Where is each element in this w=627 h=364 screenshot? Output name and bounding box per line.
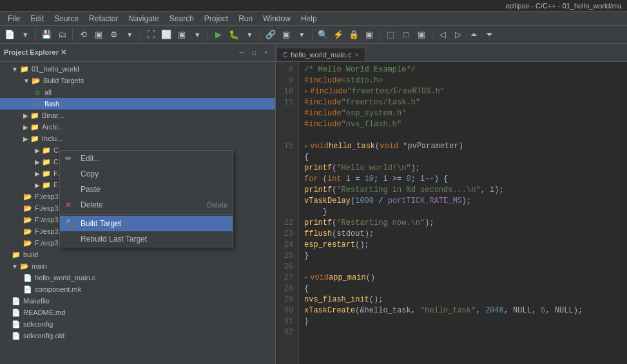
code-area: 8 9 10 11 15 22 23 24 25 26 27 — [276, 62, 627, 364]
ctx-build-icon: 🔨 — [65, 219, 77, 228]
tree-item-binar[interactable]: ▶ 📁 Binar... — [0, 110, 275, 121]
main-layout: Project Explorer ✕ ─ □ × ▼ 📁 01_hello_wo… — [0, 44, 627, 364]
toolbar-btn13[interactable]: ⚡ — [331, 28, 345, 42]
archi-folder-icon: 📁 — [30, 123, 39, 131]
tree-item-inclu[interactable]: ▶ 📁 Inclu... — [0, 133, 275, 144]
code-line-19: printf("Restarting in %d seconds...\n", … — [304, 185, 622, 196]
tree-item-project[interactable]: ▼ 📁 01_hello_world — [0, 63, 275, 75]
ctx-delete-shortcut: Delete — [207, 201, 227, 209]
tree-item-all[interactable]: ⊙ all — [0, 86, 275, 98]
toolbar-btn4[interactable]: ▣ — [92, 28, 106, 42]
code-content[interactable]: /* Hello World Example*/ #include <stdio… — [299, 62, 627, 364]
code-line-21: } — [304, 207, 622, 218]
menu-help[interactable]: Help — [296, 13, 322, 24]
menu-window[interactable]: Window — [258, 13, 296, 24]
menu-search[interactable]: Search — [164, 13, 199, 24]
tree-item-flash[interactable]: ⊙ flash — [0, 98, 275, 110]
ctx-edit[interactable]: ✏ Edit... — [60, 151, 233, 166]
toolbar-btn11[interactable]: ▣ — [279, 28, 293, 42]
code-line-27: ▸void app_main() — [304, 273, 622, 283]
ctx-copy-label: Copy — [81, 169, 99, 178]
binar-arrow-icon: ▶ — [23, 112, 28, 119]
code-line-20: vTaskDelay(1000 / portTICK_RATE_MS); — [304, 196, 622, 207]
main-c-label: hello_world_main.c — [35, 274, 95, 282]
toolbar-btn16[interactable]: ⬚ — [383, 28, 398, 42]
toolbar-btn3[interactable]: ⟲ — [76, 28, 90, 42]
toolbar-btn7[interactable]: ⬜ — [159, 28, 173, 42]
toolbar-btn8[interactable]: ▣ — [175, 28, 189, 42]
toolbar-btn15[interactable]: ▣ — [362, 28, 376, 42]
code-line-22: printf("Restarting now.\n"); — [304, 218, 622, 229]
tree-item-build[interactable]: 📁 build — [0, 249, 275, 260]
toolbar-save[interactable]: 💾 — [39, 28, 53, 42]
component-mk-label: component.mk — [35, 285, 81, 293]
code-line-23: fflush(stdout); — [304, 229, 622, 240]
tree-item-sdkconfig-old[interactable]: 📄 sdkconfig.old — [0, 330, 275, 341]
toolbar-sep2 — [72, 29, 73, 41]
toolbar-save-all[interactable]: 🗂 — [55, 28, 69, 42]
toolbar-btn14[interactable]: 🔒 — [347, 28, 361, 42]
ctx-copy[interactable]: Copy — [60, 166, 233, 182]
binar-label: Binar... — [42, 111, 64, 119]
tab-close-icon[interactable]: × — [354, 52, 358, 59]
toolbar-dropdown3[interactable]: ▾ — [242, 28, 256, 42]
menu-refactor[interactable]: Refactor — [84, 13, 123, 24]
toolbar-run[interactable]: ▶ — [211, 28, 226, 42]
tree-item-archi[interactable]: ▶ 📁 Archi... — [0, 121, 275, 133]
menu-file[interactable]: File — [3, 13, 25, 24]
menu-bar: File Edit Source Refactor Navigate Searc… — [0, 12, 627, 26]
ctx-rebuild-last[interactable]: Rebuild Last Target — [60, 231, 233, 247]
toolbar-btn5[interactable]: ⚙ — [107, 28, 121, 42]
ctx-build-target[interactable]: 🔨 Build Target — [60, 216, 233, 231]
title-bar: ecllipse - C/C++ - 01_hello_world/ma — [0, 0, 627, 12]
explorer-maximize-icon[interactable]: □ — [249, 48, 259, 58]
c1-arrow-icon: ▶ — [35, 147, 40, 154]
title-text: ecllipse - C/C++ - 01_hello_world/ma — [506, 2, 622, 10]
menu-navigate[interactable]: Navigate — [123, 13, 164, 24]
toolbar-btn6[interactable]: ⛶ — [144, 28, 158, 42]
makefile-label: Makefile — [23, 297, 50, 305]
code-line-30: xTaskCreate(&hello_task, "hello_task", 2… — [304, 305, 622, 316]
project-arrow-icon: ▼ — [12, 66, 18, 73]
toolbar-dropdown1[interactable]: ▾ — [18, 28, 32, 42]
toolbar-btn20[interactable]: ▷ — [451, 28, 465, 42]
tree-item-readme[interactable]: 📄 README.md — [0, 307, 275, 318]
explorer-panel: Project Explorer ✕ ─ □ × ▼ 📁 01_hello_wo… — [0, 44, 276, 364]
toolbar-btn17[interactable]: □ — [399, 28, 413, 42]
tree-item-main[interactable]: ▼ 📂 main — [0, 260, 275, 272]
readme-label: README.md — [23, 309, 65, 316]
sdkconfig-old-label: sdkconfig.old — [23, 332, 64, 340]
explorer-minimize-icon[interactable]: ─ — [236, 48, 247, 58]
ctx-paste[interactable]: Paste — [60, 182, 233, 197]
f2-folder-icon: 📁 — [42, 181, 51, 189]
toolbar-btn18[interactable]: ▣ — [414, 28, 429, 42]
menu-source[interactable]: Source — [49, 13, 84, 24]
toolbar-new[interactable]: 📄 — [3, 28, 17, 42]
menu-run[interactable]: Run — [233, 13, 258, 24]
tree-item-build-targets[interactable]: ▼ 📂 Build Targets — [0, 75, 275, 86]
inclu-folder-icon: 📁 — [30, 135, 39, 143]
tree-item-component-mk[interactable]: 📄 component.mk — [0, 283, 275, 295]
tree-item-makefile[interactable]: 📄 Makefile — [0, 295, 275, 307]
explorer-close-icon[interactable]: × — [261, 48, 271, 58]
tab-file-icon: C — [283, 52, 287, 59]
sdkconfig-icon: 📄 — [12, 320, 21, 329]
toolbar-btn12[interactable]: 🔍 — [316, 28, 330, 42]
build-folder-icon: 📁 — [12, 251, 21, 259]
toolbar-btn22[interactable]: ⏷ — [482, 28, 496, 42]
toolbar-dropdown2[interactable]: ▾ — [122, 28, 137, 42]
archi-arrow-icon: ▶ — [23, 124, 28, 131]
toolbar-btn21[interactable]: ⏶ — [467, 28, 481, 42]
tree-item-sdkconfig[interactable]: 📄 sdkconfig — [0, 318, 275, 330]
editor-tab-main-c[interactable]: C hello_world_main.c × — [276, 48, 365, 61]
toolbar-btn9[interactable]: ▾ — [190, 28, 204, 42]
explorer-icons: ─ □ × — [236, 48, 271, 58]
toolbar-dropdown4[interactable]: ▾ — [294, 28, 309, 42]
menu-project[interactable]: Project — [199, 13, 233, 24]
menu-edit[interactable]: Edit — [25, 13, 49, 24]
tree-item-main-c[interactable]: 📄 hello_world_main.c — [0, 272, 275, 283]
ctx-delete[interactable]: ✕ Delete Delete — [60, 197, 233, 213]
toolbar-btn10[interactable]: 🔗 — [264, 28, 278, 42]
toolbar-btn19[interactable]: ◁ — [436, 28, 450, 42]
toolbar-debug[interactable]: 🐛 — [227, 28, 241, 42]
